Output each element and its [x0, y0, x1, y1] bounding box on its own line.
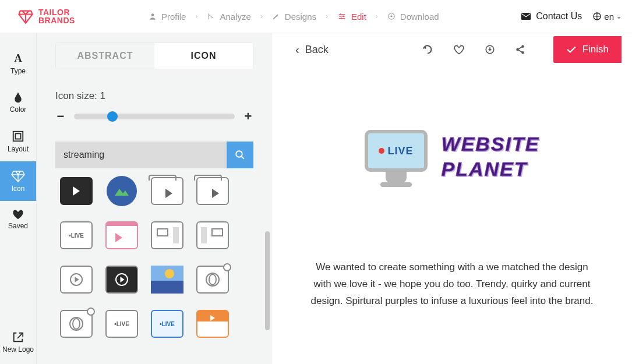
download-button[interactable] [485, 44, 495, 55]
svg-rect-5 [521, 13, 531, 20]
icon-result-orange-monitor[interactable] [194, 307, 231, 341]
share-out-icon [12, 331, 24, 343]
icon-result-youtube[interactable] [58, 174, 95, 208]
icon-result-play-monitor-dark[interactable] [103, 263, 140, 296]
icon-search-button[interactable] [227, 142, 253, 168]
icon-result-live-monitor2[interactable]: •LIVE [103, 307, 140, 341]
icon-result-play-monitor[interactable] [58, 263, 95, 296]
tab-abstract[interactable]: ABSTRACT [56, 43, 154, 69]
favorite-button[interactable] [453, 44, 465, 55]
icon-size-slider-row: − + [55, 109, 253, 124]
svg-point-1 [340, 13, 341, 15]
finish-button[interactable]: Finish [553, 36, 622, 63]
icon-result-sunset-monitor[interactable] [149, 263, 186, 296]
nav-designs[interactable]: Designs [269, 9, 320, 24]
search-icon [235, 150, 245, 160]
icon-result-globe-gear2[interactable] [58, 307, 95, 341]
live-text: LIVE [388, 145, 414, 157]
icon-result-globe-gear[interactable] [194, 263, 231, 296]
language-label: en [604, 12, 614, 22]
layout-icon [12, 130, 24, 143]
rail-layout-label: Layout [8, 145, 29, 153]
rail-color-label: Color [10, 105, 27, 114]
toolbar-actions: Finish [422, 36, 632, 63]
icon-size-slider[interactable] [74, 114, 235, 119]
design-description: We wanted to create something with a we … [272, 259, 632, 310]
chevron-right-icon: › [376, 12, 378, 20]
chevron-down-icon: ⌄ [616, 13, 622, 20]
check-icon [566, 45, 577, 54]
share-button[interactable] [515, 44, 525, 55]
svg-point-10 [236, 151, 242, 157]
nav-profile[interactable]: Profile [145, 9, 190, 24]
analyze-icon [207, 12, 215, 20]
panel-scrollbar[interactable] [265, 231, 270, 330]
chevron-right-icon: › [260, 12, 263, 20]
icon-size-label: Icon size: 1 [55, 90, 253, 102]
canvas-toolbar: ‹ Back Finish [272, 33, 632, 66]
canvas-area: ‹ Back Finish LIVE WEBSITE PLAN [272, 33, 632, 364]
download-icon [387, 12, 396, 20]
undo-button[interactable] [422, 44, 433, 55]
undo-icon [422, 44, 433, 55]
type-icon: A [12, 52, 24, 65]
icon-result-browser-stack2[interactable] [194, 174, 231, 208]
record-dot-icon [379, 148, 384, 154]
nav-download-label: Download [400, 12, 439, 22]
back-button[interactable]: ‹ Back [295, 43, 329, 56]
step-nav: Profile › Analyze › Designs › Edit › Dow… [145, 9, 443, 24]
icon-search-input[interactable] [55, 142, 227, 168]
icon-results: •LIVE •LIVE •LIVE [55, 172, 253, 364]
rail-new-logo[interactable]: New Logo [0, 324, 36, 364]
icon-result-landscape-circle[interactable] [103, 174, 140, 208]
nav-edit-label: Edit [351, 12, 366, 22]
contact-us[interactable]: Contact Us [521, 11, 582, 22]
logo-icon-preview: LIVE [365, 130, 428, 183]
brand-line2: PLANET [442, 158, 540, 181]
user-icon [149, 12, 157, 20]
nav-edit[interactable]: Edit [334, 9, 370, 24]
slider-thumb[interactable] [107, 111, 118, 122]
chevron-right-icon: › [195, 12, 197, 20]
finish-label: Finish [582, 44, 609, 55]
nav-analyze[interactable]: Analyze [203, 9, 254, 24]
brand-line2: BRANDS [38, 16, 75, 24]
svg-rect-8 [13, 132, 23, 142]
rail-saved[interactable]: Saved [0, 201, 36, 238]
icon-result-browser-stack[interactable] [149, 174, 186, 208]
header-right: Contact Us en ⌄ [521, 11, 622, 22]
nav-profile-label: Profile [161, 12, 186, 22]
diamond-outline-icon [11, 169, 25, 182]
mail-icon [521, 12, 531, 20]
tab-icon[interactable]: ICON [154, 43, 253, 69]
icon-result-live-monitor[interactable]: •LIVE [58, 218, 95, 252]
size-increment[interactable]: + [243, 109, 253, 124]
mountain-icon [114, 185, 130, 197]
icon-result-panel-layout2[interactable] [194, 218, 231, 252]
nav-analyze-label: Analyze [220, 12, 250, 22]
icon-result-panel-layout1[interactable] [149, 218, 186, 252]
sliders-icon [337, 12, 347, 20]
rail-layout[interactable]: Layout [0, 122, 36, 161]
rail-icon-label: Icon [12, 185, 25, 193]
nav-download[interactable]: Download [384, 9, 443, 24]
logo-preview: LIVE WEBSITE PLANET [272, 130, 632, 183]
rail-type[interactable]: A Type [0, 44, 36, 83]
rail-color[interactable]: Color [0, 83, 36, 122]
rail-icon[interactable]: Icon [0, 161, 36, 201]
icon-result-live-monitor-blue[interactable]: •LIVE [149, 307, 186, 341]
icon-result-pink-browser[interactable] [103, 218, 140, 252]
brand-logo[interactable]: TAILOR BRANDS [17, 8, 75, 24]
share-icon [515, 44, 525, 55]
heart-icon [12, 209, 24, 220]
rail-saved-label: Saved [8, 222, 28, 230]
globe-icon [592, 12, 602, 21]
logo-text-preview: WEBSITE PLANET [442, 133, 540, 181]
rail-newlogo-label: New Logo [2, 345, 34, 354]
left-rail: A Type Color Layout Icon Saved New Logo [0, 33, 36, 364]
download-circle-icon [485, 44, 495, 55]
svg-point-3 [341, 17, 342, 19]
droplet-icon [13, 91, 23, 103]
size-decrement[interactable]: − [55, 109, 66, 124]
language-selector[interactable]: en ⌄ [592, 12, 622, 22]
